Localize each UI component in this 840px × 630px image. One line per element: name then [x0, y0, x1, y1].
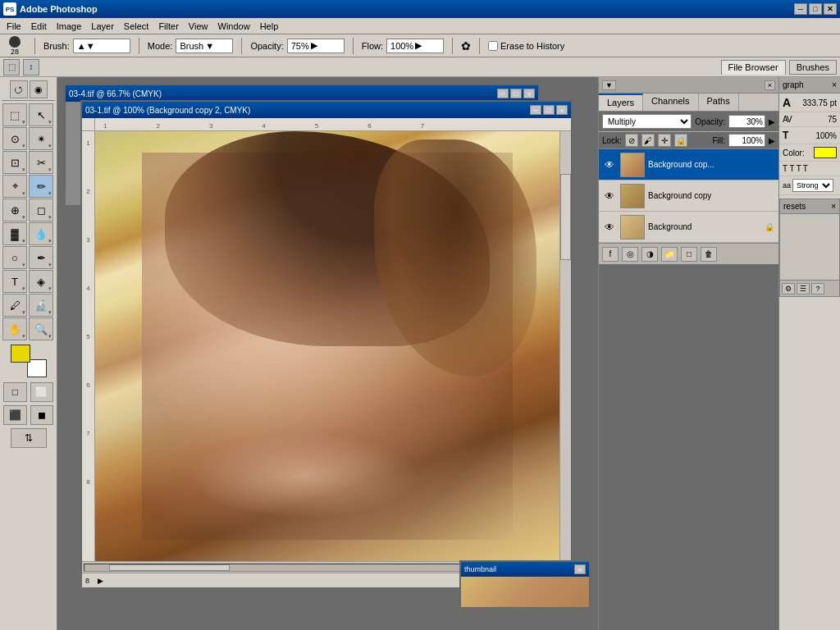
menu-edit[interactable]: Edit [26, 20, 52, 33]
doc-close-1[interactable]: × [556, 105, 568, 115]
new-layer-btn[interactable]: □ [681, 247, 697, 262]
eyedropper-tool-btn[interactable]: 🔬 [29, 294, 53, 317]
eraser-tool-btn[interactable]: ◻ [29, 199, 53, 221]
color-swatches[interactable] [11, 345, 47, 377]
layer-item-1[interactable]: 👁 Background copy [599, 180, 778, 212]
pen-tool-btn[interactable]: ✒ [29, 246, 53, 269]
standard-mode-btn[interactable]: □ [3, 382, 27, 402]
flow-section: Flow: 100% ▶ [362, 39, 444, 53]
panel-collapse-btn[interactable]: ▼ [602, 80, 616, 90]
menu-window[interactable]: Window [213, 20, 255, 33]
palette-btn-1[interactable]: ⚙ [782, 283, 795, 294]
menu-layer[interactable]: Layer [86, 20, 119, 33]
healing-tool-btn[interactable]: ⌖ [2, 175, 27, 198]
doc-close-2[interactable]: × [523, 89, 535, 98]
doc-restore-1[interactable]: □ [543, 105, 555, 115]
add-style-btn[interactable]: f [602, 247, 619, 262]
layer-visibility-0[interactable]: 👁 [602, 158, 617, 172]
hand-tool-btn[interactable]: ✋ [2, 317, 27, 340]
doc-minimize-1[interactable]: ─ [530, 105, 541, 115]
layer-visibility-2[interactable]: 👁 [602, 220, 617, 235]
menu-help[interactable]: Help [255, 20, 284, 33]
graph-close[interactable]: × [832, 80, 837, 89]
palette-btn-3[interactable]: ? [811, 283, 824, 294]
doc-minimize-2[interactable]: ─ [497, 89, 509, 98]
brush-tool-btn active[interactable]: ✏ [29, 175, 53, 198]
aa-dropdown[interactable]: Strong [792, 179, 833, 192]
lasso-tool-btn[interactable]: ⊙ [2, 127, 27, 150]
annotation-tool-btn[interactable]: 🖊 [2, 294, 27, 317]
secondary-icon-2[interactable]: ↕ [23, 59, 39, 75]
palette-close[interactable]: × [831, 202, 836, 211]
scrollbar-v[interactable] [559, 131, 571, 561]
add-mask-btn[interactable]: ◎ [622, 247, 638, 262]
menu-filter[interactable]: Filter [153, 20, 183, 33]
jump-to-imageready-btn[interactable]: ⇅ [11, 428, 47, 448]
toolbox-icon-1[interactable]: ⭯ [10, 80, 28, 98]
close-button[interactable]: ✕ [824, 3, 837, 15]
menu-image[interactable]: Image [52, 20, 87, 33]
mini-doc-close[interactable]: × [574, 564, 586, 574]
slice-tool-btn[interactable]: ✂ [29, 151, 53, 174]
magic-wand-btn[interactable]: ✴ [29, 127, 53, 150]
mode-dropdown[interactable]: Brush ▼ [176, 39, 233, 53]
clone-tool-btn[interactable]: ⊕ [2, 199, 27, 221]
palette-btn-2[interactable]: ☰ [797, 283, 810, 294]
brush-preview[interactable]: 28 [3, 34, 26, 57]
new-group-btn[interactable]: 📁 [661, 247, 678, 262]
gradient-tool-btn[interactable]: ▓ [2, 222, 27, 245]
layer-visibility-1[interactable]: 👁 [602, 189, 617, 203]
fullscreen-btn[interactable]: ◼ [30, 405, 54, 425]
new-fill-btn[interactable]: ◑ [641, 247, 658, 262]
doc-titlebar-1[interactable]: 03-1.tif @ 100% (Background copy 2, CMYK… [82, 102, 571, 118]
zoom-tool-btn[interactable]: 🔍 [29, 317, 53, 340]
opacity-input[interactable] [728, 115, 765, 128]
menu-view[interactable]: View [184, 20, 213, 33]
restore-button[interactable]: □ [809, 3, 822, 15]
layers-panel-footer: f ◎ ◑ 📁 □ 🗑 [599, 243, 778, 264]
airbrush-icon[interactable]: ✿ [461, 39, 471, 52]
fill-input[interactable] [728, 134, 765, 147]
brushes-button[interactable]: Brushes [789, 60, 837, 75]
move-tool-btn[interactable]: ↖ [29, 103, 53, 126]
blend-mode-dropdown[interactable]: Multiply [602, 114, 692, 129]
scrollbar-h-thumb[interactable] [109, 564, 231, 571]
brush-dropdown[interactable]: ▲▼ [73, 39, 130, 53]
erase-history-checkbox[interactable] [488, 41, 498, 51]
menu-file[interactable]: File [2, 20, 26, 33]
tab-paths[interactable]: Paths [699, 94, 739, 111]
tab-channels[interactable]: Channels [643, 94, 698, 111]
scrollbar-v-thumb[interactable] [560, 174, 571, 260]
doc-restore-2[interactable]: □ [510, 89, 522, 98]
minimize-button[interactable]: ─ [794, 3, 807, 15]
fill-arrow[interactable]: ▶ [769, 136, 775, 145]
toolbox-icon-2[interactable]: ◉ [30, 80, 48, 98]
marquee-tool-btn[interactable]: ⬚ [2, 103, 27, 126]
quick-mask-btn[interactable]: ⬜ [30, 382, 54, 402]
tab-layers[interactable]: Layers [599, 94, 643, 111]
lock-all-icon[interactable]: 🔒 [674, 134, 687, 147]
lock-position-icon[interactable]: ✛ [658, 134, 671, 147]
text-tool-btn[interactable]: T [2, 270, 27, 293]
mini-doc-titlebar[interactable]: thumbnail × [461, 562, 589, 577]
shape-tool-btn[interactable]: ◈ [29, 270, 53, 293]
layer-item-2[interactable]: 👁 Background 🔒 [599, 212, 778, 243]
standard-screen-btn[interactable]: ⬛ [3, 405, 27, 425]
file-browser-button[interactable]: File Browser [721, 60, 786, 75]
lock-pixels-icon[interactable]: 🖌 [641, 134, 655, 147]
opacity-arrow[interactable]: ▶ [769, 117, 775, 126]
crop-tool-btn[interactable]: ⊡ [2, 151, 27, 174]
flow-dropdown[interactable]: 100% ▶ [386, 39, 444, 53]
main-area: ⭯ ◉ ⬚ ↖ ⊙ ✴ ⊡ ✂ ⌖ ✏ ⊕ ◻ ▓ 💧 ○ ✒ T ◈ 🖊 🔬 … [0, 77, 840, 630]
menu-select[interactable]: Select [119, 20, 154, 33]
delete-layer-btn[interactable]: 🗑 [701, 247, 717, 262]
dodge-tool-btn[interactable]: ○ [2, 246, 27, 269]
blur-tool-btn[interactable]: 💧 [29, 222, 53, 245]
secondary-icon-1[interactable]: ⬚ [3, 59, 20, 75]
lock-transparent-icon[interactable]: ⊘ [625, 134, 638, 147]
foreground-color-swatch[interactable] [11, 345, 30, 363]
color-yellow-swatch[interactable] [814, 147, 837, 158]
layer-item-0[interactable]: 👁 Background cop... [599, 149, 778, 180]
opacity-dropdown[interactable]: 75% ▶ [287, 39, 345, 53]
layers-panel-close[interactable]: × [765, 80, 775, 90]
